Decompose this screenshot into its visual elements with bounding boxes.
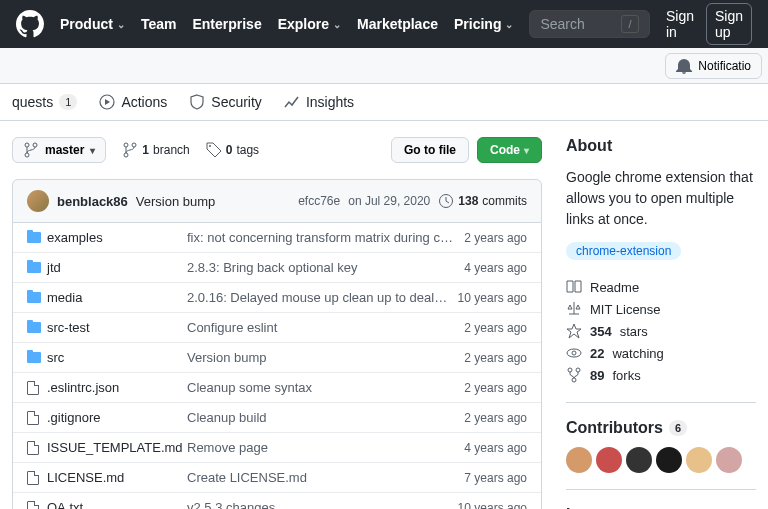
file-row: media2.0.16: Delayed mouse up clean up t…	[13, 282, 541, 312]
github-logo[interactable]	[16, 10, 44, 38]
file-icon	[27, 411, 39, 425]
signup-button[interactable]: Sign up	[706, 3, 752, 45]
file-row: .gitignoreCleanup build2 years ago	[13, 402, 541, 432]
file-commit-msg[interactable]: 2.0.16: Delayed mouse up clean up to dea…	[187, 290, 458, 305]
tab-actions[interactable]: Actions	[99, 94, 167, 110]
signin-link[interactable]: Sign in	[666, 8, 694, 40]
topic-tag[interactable]: chrome-extension	[566, 242, 681, 260]
file-name[interactable]: QA.txt	[47, 500, 187, 509]
contributors-avatars	[566, 447, 756, 473]
book-icon	[566, 279, 582, 295]
commits-link[interactable]: 138 commits	[438, 193, 527, 209]
forks-link[interactable]: 89forks	[566, 364, 756, 386]
file-commit-msg[interactable]: fix: not concerning transform matrix dur…	[187, 230, 464, 245]
file-commit-msg[interactable]: Cleanup build	[187, 410, 464, 425]
search-input[interactable]: Search /	[529, 10, 649, 38]
file-name[interactable]: ISSUE_TEMPLATE.md	[47, 440, 187, 455]
tags-label: tags	[236, 143, 259, 157]
tags-link[interactable]: 0 tags	[206, 142, 259, 158]
file-name[interactable]: .eslintrc.json	[47, 380, 187, 395]
file-commit-msg[interactable]: v2.5.3 changes	[187, 500, 458, 509]
pr-count: 1	[59, 94, 77, 110]
code-label: Code	[490, 143, 520, 157]
file-commit-msg[interactable]: 2.8.3: Bring back optional key	[187, 260, 464, 275]
file-commit-msg[interactable]: Cleanup some syntax	[187, 380, 464, 395]
file-time: 10 years ago	[458, 501, 527, 510]
star-icon	[566, 323, 582, 339]
file-commit-msg[interactable]: Configure eslint	[187, 320, 464, 335]
contributor-avatar[interactable]	[716, 447, 742, 473]
folder-icon	[27, 232, 41, 243]
file-icon	[27, 441, 39, 455]
svg-point-9	[567, 349, 581, 357]
tags-count: 0	[226, 143, 233, 157]
about-section: About Google chrome extension that allow…	[566, 137, 756, 386]
goto-file-button[interactable]: Go to file	[391, 137, 469, 163]
auth: Sign in Sign up	[666, 3, 752, 45]
tab-pull-requests[interactable]: quests 1	[12, 94, 77, 110]
shield-icon	[189, 94, 205, 110]
contributor-avatar[interactable]	[596, 447, 622, 473]
notifications-label: Notificatio	[698, 59, 751, 73]
folder-icon	[27, 262, 41, 273]
branches-link[interactable]: 1 branch	[122, 142, 189, 158]
eye-icon	[566, 345, 582, 361]
chevron-down-icon: ⌄	[333, 19, 341, 30]
nav-enterprise[interactable]: Enterprise	[192, 16, 261, 32]
file-time: 2 years ago	[464, 321, 527, 335]
slash-key-icon: /	[621, 15, 639, 33]
license-link[interactable]: MIT License	[566, 298, 756, 320]
file-actions: Go to file Code ▾	[391, 137, 542, 163]
contributor-avatar[interactable]	[656, 447, 682, 473]
file-name[interactable]: media	[47, 290, 187, 305]
commit-author[interactable]: benblack86	[57, 194, 128, 209]
file-time: 2 years ago	[464, 381, 527, 395]
file-name[interactable]: jtd	[47, 260, 187, 275]
readme-link[interactable]: Readme	[566, 276, 756, 298]
nav-explore[interactable]: Explore⌄	[278, 16, 341, 32]
file-row: src-testConfigure eslint2 years ago	[13, 312, 541, 342]
nav-marketplace[interactable]: Marketplace	[357, 16, 438, 32]
branch-name: master	[45, 143, 84, 157]
file-name[interactable]: LICENSE.md	[47, 470, 187, 485]
file-row: examplesfix: not concerning transform ma…	[13, 223, 541, 252]
contributors-title[interactable]: Contributors 6	[566, 419, 756, 437]
notifications-button[interactable]: Notificatio	[665, 53, 762, 79]
file-commit-msg[interactable]: Create LICENSE.md	[187, 470, 464, 485]
file-time: 10 years ago	[458, 291, 527, 305]
commit-message[interactable]: Version bump	[136, 194, 216, 209]
tab-insights[interactable]: Insights	[284, 94, 354, 110]
code-button[interactable]: Code ▾	[477, 137, 542, 163]
commit-hash[interactable]: efcc76e	[298, 194, 340, 208]
branch-select[interactable]: master ▾	[12, 137, 106, 163]
file-icon	[27, 501, 39, 510]
svg-point-13	[572, 378, 576, 382]
file-name[interactable]: .gitignore	[47, 410, 187, 425]
repo-topbar: Notificatio	[0, 48, 768, 84]
contributor-avatar[interactable]	[566, 447, 592, 473]
file-name[interactable]: examples	[47, 230, 187, 245]
nav-product[interactable]: Product⌄	[60, 16, 125, 32]
svg-point-5	[132, 143, 136, 147]
tab-label: Actions	[121, 94, 167, 110]
tab-security[interactable]: Security	[189, 94, 262, 110]
chevron-down-icon: ▾	[524, 145, 529, 156]
svg-point-3	[25, 153, 29, 157]
file-commit-msg[interactable]: Version bump	[187, 350, 464, 365]
contributor-avatar[interactable]	[686, 447, 712, 473]
repo-tabs: quests 1 Actions Security Insights	[0, 84, 768, 121]
history-icon	[438, 193, 454, 209]
file-time: 2 years ago	[464, 351, 527, 365]
stars-link[interactable]: 354stars	[566, 320, 756, 342]
file-name[interactable]: src	[47, 350, 187, 365]
file-time: 2 years ago	[464, 231, 527, 245]
file-icon	[27, 381, 39, 395]
avatar[interactable]	[27, 190, 49, 212]
file-name[interactable]: src-test	[47, 320, 187, 335]
contributor-avatar[interactable]	[626, 447, 652, 473]
watching-link[interactable]: 22watching	[566, 342, 756, 364]
file-commit-msg[interactable]: Remove page	[187, 440, 464, 455]
nav-pricing[interactable]: Pricing⌄	[454, 16, 513, 32]
svg-point-6	[124, 153, 128, 157]
nav-team[interactable]: Team	[141, 16, 177, 32]
